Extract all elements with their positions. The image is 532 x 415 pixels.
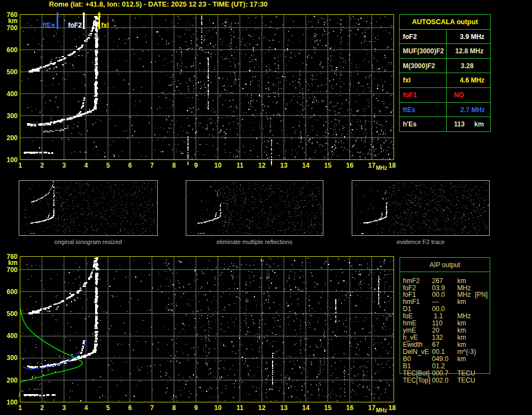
svg-text:Rome (lat: +41.8, lon: 012.5): Rome (lat: +41.8, lon: 012.5) - DATE: 20…	[49, 1, 268, 8]
svg-text:049.0: 049.0	[432, 355, 448, 363]
svg-text:original ionogram resized: original ionogram resized	[54, 239, 122, 245]
svg-text:14: 14	[302, 162, 310, 169]
svg-text:foE: foE	[403, 312, 413, 320]
svg-text:7: 7	[150, 162, 154, 169]
svg-text:m^(-3): m^(-3)	[457, 348, 476, 356]
svg-text:DelN_vE: DelN_vE	[403, 348, 429, 356]
svg-text:18: 18	[389, 404, 396, 412]
svg-text:600: 600	[7, 288, 18, 296]
svg-text:MHz: MHz	[457, 312, 471, 320]
svg-text:AIP output: AIP output	[430, 261, 461, 269]
svg-text:D1: D1	[403, 305, 412, 313]
svg-text:267: 267	[432, 277, 443, 285]
svg-text:10: 10	[214, 404, 222, 412]
svg-text:9: 9	[194, 162, 198, 169]
svg-text:5: 5	[106, 404, 110, 412]
svg-text:M(3000)F2: M(3000)F2	[403, 62, 435, 70]
svg-text:h'Es: h'Es	[403, 120, 417, 128]
svg-text:B1: B1	[403, 362, 411, 370]
svg-text:8: 8	[172, 162, 176, 169]
svg-text:foF1: foF1	[403, 291, 416, 298]
svg-text:MHz: MHz	[457, 284, 471, 292]
svg-text:100: 100	[7, 156, 18, 164]
svg-text:km: km	[457, 319, 466, 327]
svg-text:200: 200	[7, 377, 18, 384]
svg-text:100: 100	[7, 399, 18, 406]
svg-text:TECU: TECU	[457, 377, 475, 384]
svg-text:km: km	[457, 341, 466, 348]
svg-text:500: 500	[7, 310, 18, 318]
svg-text:03.9: 03.9	[432, 284, 445, 292]
svg-text:1.1: 1.1	[432, 312, 443, 320]
svg-text:1: 1	[18, 404, 22, 412]
svg-text:300: 300	[7, 354, 18, 362]
svg-text:5: 5	[106, 162, 110, 169]
svg-text:12: 12	[258, 162, 266, 169]
svg-text:17: 17	[368, 404, 376, 412]
svg-text:---: ---	[432, 298, 439, 306]
svg-text:evidence F2 trace: evidence F2 trace	[397, 239, 445, 245]
svg-text:132: 132	[432, 334, 443, 341]
svg-text:MHz: MHz	[457, 291, 471, 298]
svg-text:Ewidth: Ewidth	[403, 341, 423, 348]
svg-text:ftEs: ftEs	[403, 106, 415, 114]
svg-text:foF2: foF2	[403, 284, 416, 292]
svg-text:1: 1	[18, 162, 22, 169]
svg-text:2.7 MHz: 2.7 MHz	[461, 106, 485, 114]
svg-text:01.2: 01.2	[432, 362, 445, 370]
svg-text:400: 400	[7, 90, 18, 98]
svg-text:400: 400	[7, 332, 18, 340]
svg-text:6: 6	[128, 162, 132, 169]
svg-text:NO: NO	[454, 91, 464, 99]
svg-text:67: 67	[432, 341, 440, 348]
svg-text:4: 4	[84, 162, 88, 169]
svg-text:TEC[Top]: TEC[Top]	[403, 377, 430, 384]
svg-text:700: 700	[7, 24, 18, 32]
svg-text:[PN]: [PN]	[475, 291, 487, 298]
svg-text:hmF2: hmF2	[403, 277, 420, 285]
svg-text:12: 12	[258, 404, 266, 412]
svg-text:700: 700	[7, 266, 18, 274]
svg-text:600: 600	[7, 46, 18, 54]
svg-text:foF2: foF2	[68, 21, 82, 29]
svg-text:3: 3	[62, 162, 66, 169]
svg-text:ftEs: ftEs	[42, 21, 55, 29]
svg-text:113: 113	[454, 120, 465, 128]
svg-text:eliminate multiple reflections: eliminate multiple reflections	[217, 239, 293, 245]
svg-text:14: 14	[302, 404, 310, 412]
svg-text:15: 15	[324, 404, 332, 412]
svg-text:17: 17	[368, 162, 376, 169]
svg-text:hmF1: hmF1	[403, 298, 420, 306]
svg-text:13: 13	[280, 162, 288, 169]
svg-text:h_vE: h_vE	[403, 334, 418, 341]
svg-text:3.28: 3.28	[461, 62, 474, 70]
svg-text:20: 20	[432, 327, 440, 334]
svg-text:foF2: foF2	[403, 33, 417, 41]
svg-text:TECU: TECU	[457, 369, 475, 377]
svg-text:300: 300	[7, 112, 18, 120]
svg-text:AUTOSCALA output: AUTOSCALA output	[412, 18, 478, 26]
svg-text:13: 13	[280, 404, 288, 412]
svg-text:km: km	[457, 327, 466, 334]
svg-text:00.0: 00.0	[432, 291, 445, 298]
svg-text:hmE: hmE	[403, 319, 417, 327]
svg-text:10: 10	[214, 162, 222, 169]
svg-text:11: 11	[236, 404, 243, 412]
svg-text:00.1: 00.1	[432, 348, 445, 356]
svg-text:3.9 MHz: 3.9 MHz	[460, 33, 485, 41]
svg-text:15: 15	[324, 162, 332, 169]
svg-text:B0: B0	[403, 355, 411, 363]
svg-text:11: 11	[236, 162, 243, 169]
svg-text:km: km	[457, 277, 466, 285]
svg-text:002.0: 002.0	[432, 377, 448, 384]
svg-text:km: km	[474, 120, 484, 128]
svg-text:2: 2	[40, 162, 44, 169]
svg-text:16: 16	[346, 404, 354, 412]
svg-text:00.0: 00.0	[432, 305, 445, 313]
svg-text:12.8 MHz: 12.8 MHz	[455, 47, 483, 55]
svg-text:4.6 MHz: 4.6 MHz	[460, 76, 485, 84]
svg-text:9: 9	[194, 404, 198, 412]
svg-text:16: 16	[346, 162, 354, 169]
svg-text:3: 3	[62, 404, 66, 412]
svg-text:km: km	[457, 298, 466, 306]
